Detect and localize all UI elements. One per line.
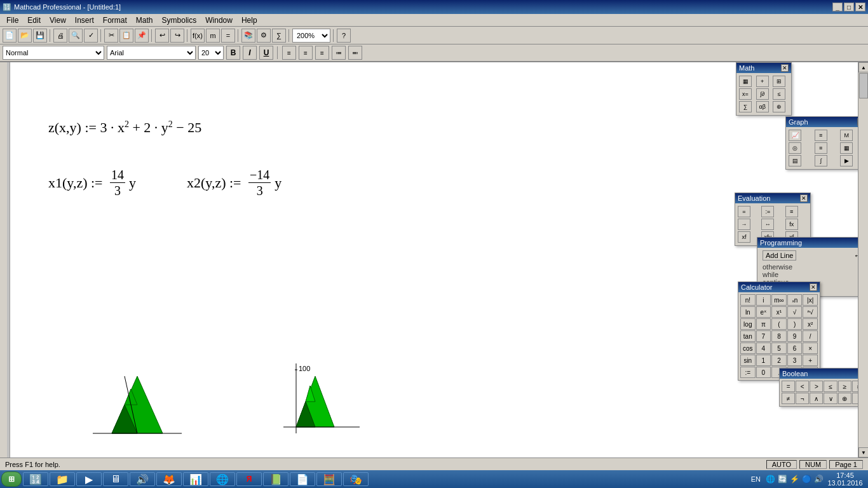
calc-sqrt[interactable]: √ — [787, 306, 803, 318]
calc-abs[interactable]: |x| — [803, 294, 818, 306]
eval-panel-header[interactable]: Evaluation ✕ — [735, 193, 810, 203]
taskbar-sound[interactable]: 🔊 — [130, 472, 155, 486]
taskbar-presentation[interactable]: 📊 — [183, 472, 208, 486]
math-panel-header[interactable]: Math ✕ — [736, 63, 791, 73]
calc-ln[interactable]: ln — [740, 306, 756, 318]
calc-nroot[interactable]: ⁿ√ — [803, 306, 818, 318]
taskbar-browser[interactable]: 🌐 — [210, 472, 235, 486]
calc-imaginary[interactable]: i — [756, 294, 771, 306]
calc-mul[interactable]: × — [803, 342, 818, 354]
scroll-down-btn[interactable]: ▼ — [858, 447, 868, 458]
eval-lr-btn[interactable]: ↔ — [761, 219, 774, 230]
eval-right-btn[interactable]: → — [738, 219, 750, 230]
bool-xor[interactable]: ⊕ — [838, 393, 851, 404]
scroll-thumb[interactable] — [859, 73, 868, 98]
bool-and[interactable]: ∧ — [810, 393, 823, 404]
graph-bar-btn[interactable]: ≡ — [815, 142, 827, 154]
taskbar-media[interactable]: ▶ — [76, 472, 102, 486]
eval-panel-close[interactable]: ✕ — [800, 194, 808, 202]
bool-ne[interactable]: ≠ — [782, 393, 795, 404]
open-button[interactable]: 📂 — [18, 29, 32, 43]
calc-rparen[interactable]: ) — [787, 318, 803, 330]
calc-2[interactable]: 2 — [771, 355, 787, 366]
graph-scatter-btn[interactable]: ▤ — [789, 155, 801, 166]
bool-lt[interactable]: < — [796, 381, 809, 392]
minimize-button[interactable]: _ — [832, 3, 843, 11]
menu-format[interactable]: Format — [99, 15, 131, 26]
taskbar-explorer[interactable]: 📁 — [50, 472, 75, 486]
graph-contour-btn[interactable]: ≡ — [815, 130, 827, 141]
taskbar-excel[interactable]: 📗 — [263, 472, 288, 486]
math-prog-btn[interactable]: ∑ — [739, 101, 752, 112]
graph-xy-btn[interactable]: 📈 — [789, 130, 801, 141]
calc-panel-header[interactable]: Calculator ✕ — [738, 282, 820, 292]
bool-not[interactable]: ¬ — [796, 393, 809, 404]
calc-div[interactable]: / — [803, 330, 818, 342]
close-button[interactable]: ✕ — [855, 3, 865, 11]
calc-panel-close[interactable]: ✕ — [810, 283, 817, 291]
start-button[interactable]: ⊞ — [1, 471, 22, 487]
taskbar-firefox[interactable]: 🦊 — [156, 472, 182, 486]
insert-math-btn[interactable]: ∑ — [272, 29, 286, 43]
math-extra-btn[interactable]: ⊕ — [773, 101, 785, 112]
menu-file[interactable]: File — [3, 15, 22, 26]
save-button[interactable]: 💾 — [33, 29, 47, 43]
calc-5[interactable]: 5 — [771, 342, 787, 354]
eq-button[interactable]: = — [221, 29, 235, 43]
calc-0[interactable]: 0 — [756, 367, 771, 378]
graph-polar-btn[interactable]: ◎ — [789, 142, 801, 154]
math-calculus-btn[interactable]: ∫∂ — [756, 88, 769, 100]
calc-sin[interactable]: sin — [740, 355, 756, 366]
math-bool-btn[interactable]: ≤ — [773, 88, 785, 100]
graph-vec-btn[interactable]: ∫ — [815, 155, 827, 166]
calc-lparen[interactable]: ( — [771, 318, 787, 330]
bool-le[interactable]: ≤ — [824, 381, 837, 392]
help-btn[interactable]: ? — [337, 29, 351, 43]
math-calc-btn[interactable]: ▦ — [739, 76, 752, 87]
calc-7[interactable]: 7 — [756, 330, 771, 342]
prog-panel-header[interactable]: Programming — [757, 238, 867, 248]
undo-button[interactable]: ↩ — [155, 29, 169, 43]
eval-global-btn[interactable]: ≡ — [785, 206, 798, 217]
calc-add[interactable]: + — [803, 355, 818, 366]
calc-inv[interactable]: x¹ — [771, 306, 787, 318]
math-matrix-btn[interactable]: ⊞ — [773, 76, 785, 87]
calc-assign[interactable]: := — [740, 367, 756, 378]
calc-6[interactable]: 6 — [787, 342, 803, 354]
component-btn[interactable]: ⚙ — [257, 29, 271, 43]
zoom-dropdown[interactable]: 200% 100% 150% — [292, 29, 330, 43]
scroll-up-btn[interactable]: ▲ — [858, 62, 868, 72]
menu-insert[interactable]: Insert — [71, 15, 98, 26]
math-graph-btn[interactable]: + — [756, 76, 769, 87]
font-dropdown[interactable]: Arial — [107, 46, 196, 60]
bool-or[interactable]: ∨ — [824, 393, 837, 404]
eval-xf-btn[interactable]: xf — [738, 231, 750, 243]
underline-button[interactable]: U — [259, 46, 273, 60]
math-symbol-btn[interactable]: αβ — [756, 101, 769, 112]
taskbar-display[interactable]: 🖥 — [103, 472, 128, 486]
print-preview-button[interactable]: 🔍 — [69, 29, 83, 43]
taskbar-app[interactable]: 🎭 — [343, 472, 369, 486]
prog-addline-btn[interactable]: Add Line — [763, 250, 796, 261]
eval-eq-btn[interactable]: = — [738, 206, 750, 217]
align-center-button[interactable]: ≡ — [299, 46, 313, 60]
graph-3d-btn[interactable]: M — [840, 130, 853, 141]
calc-factorial[interactable]: n! — [740, 294, 756, 306]
graph-panel-header[interactable]: Graph ✕ — [786, 117, 867, 127]
italic-button[interactable]: I — [243, 46, 257, 60]
calc-exp[interactable]: eˣ — [756, 306, 771, 318]
cut-button[interactable]: ✂ — [104, 29, 118, 43]
menu-view[interactable]: View — [46, 15, 70, 26]
align-left-button[interactable]: ≡ — [282, 46, 296, 60]
eval-fx-btn[interactable]: fx — [785, 219, 798, 230]
copy-button[interactable]: 📋 — [119, 29, 133, 43]
list-bullet-button[interactable]: ≔ — [332, 46, 346, 60]
bool-panel-header[interactable]: Boolean — [780, 369, 867, 379]
print-button[interactable]: 🖨 — [53, 29, 67, 43]
eval-assign-btn[interactable]: := — [761, 206, 774, 217]
calc-tan[interactable]: tan — [740, 330, 756, 342]
new-button[interactable]: 📄 — [3, 29, 17, 43]
calc-3[interactable]: 3 — [787, 355, 803, 366]
insert-func-button[interactable]: f(x) — [191, 29, 205, 43]
menu-window[interactable]: Window — [201, 15, 236, 26]
